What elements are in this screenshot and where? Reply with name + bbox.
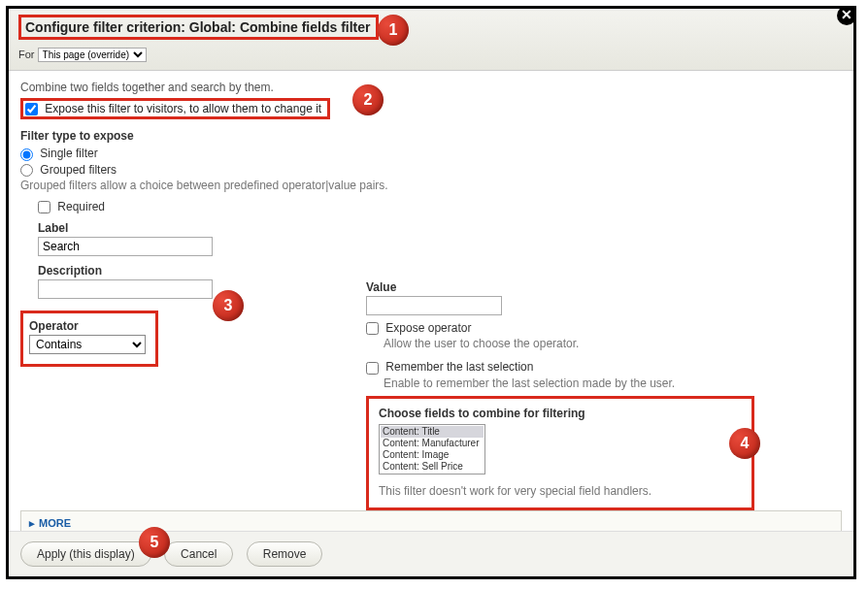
label-input[interactable] [38, 237, 213, 256]
operator-label: Operator [29, 319, 146, 333]
annotation-badge-5: 5 [139, 527, 170, 558]
grouped-filters-label: Grouped filters [40, 163, 117, 177]
triangle-right-icon: ▸ [29, 517, 35, 529]
field-option[interactable]: Content: Sell Price [381, 461, 484, 473]
for-row: For This page (override) [18, 48, 844, 62]
more-label: MORE [39, 517, 71, 529]
required-checkbox[interactable] [38, 201, 50, 213]
annotation-badge-3: 3 [213, 290, 244, 321]
for-select[interactable]: This page (override) [38, 48, 147, 62]
annotation-badge-2: 2 [352, 84, 384, 115]
remove-button[interactable]: Remove [247, 541, 323, 567]
title-highlight: Configure filter criterion: Global: Comb… [18, 15, 379, 40]
dialog-title: Configure filter criterion: Global: Comb… [25, 19, 370, 35]
field-option[interactable]: Content: Title [381, 426, 484, 438]
expose-operator-checkbox[interactable] [366, 322, 379, 335]
expose-filter-row: Expose this filter to visitors, to allow… [20, 98, 330, 119]
description-input[interactable] [38, 279, 213, 299]
choose-fields-heading: Choose fields to combine for filtering [379, 407, 742, 420]
grouped-filters-radio[interactable] [20, 164, 33, 177]
for-label: For [18, 49, 35, 60]
intro-text: Combine two fields together and search b… [20, 81, 842, 94]
single-filter-label: Single filter [40, 147, 97, 160]
choose-fields-help: This filter doesn't work for very specia… [379, 484, 742, 498]
close-icon[interactable]: ✕ [837, 6, 856, 25]
label-field-label: Label [38, 221, 842, 235]
remember-help: Enable to remember the last selection ma… [384, 376, 754, 390]
cancel-button[interactable]: Cancel [164, 541, 233, 567]
grouped-help: Grouped filters allow a choice between p… [20, 179, 842, 192]
dialog-body: Combine two fields together and search b… [9, 71, 853, 537]
dialog-footer: Apply (this display) Cancel Remove [9, 531, 853, 576]
annotation-badge-4: 4 [729, 428, 760, 459]
operator-highlight: Operator Contains [20, 311, 158, 367]
expose-filter-checkbox[interactable] [25, 103, 38, 115]
apply-button[interactable]: Apply (this display) [20, 541, 151, 567]
required-label: Required [57, 200, 105, 213]
operator-select[interactable]: Contains [29, 335, 146, 354]
annotation-badge-1: 1 [378, 15, 409, 46]
remember-checkbox[interactable] [366, 362, 379, 375]
dialog: ✕ 1 2 3 4 5 Configure filter criterion: … [6, 6, 856, 579]
choose-fields-listbox[interactable]: Content: Title Content: Manufacturer Con… [379, 424, 485, 474]
remember-label: Remember the last selection [385, 360, 533, 374]
field-option[interactable]: Content: Manufacturer [381, 438, 484, 449]
expose-operator-label: Expose operator [385, 321, 471, 335]
dialog-header: Configure filter criterion: Global: Comb… [9, 9, 853, 71]
value-input[interactable] [366, 296, 502, 315]
description-field-label: Description [38, 264, 842, 278]
field-option[interactable]: Content: Image [381, 449, 484, 461]
choose-fields-highlight: Choose fields to combine for filtering C… [366, 396, 754, 510]
filter-type-heading: Filter type to expose [20, 129, 842, 143]
value-label: Value [366, 280, 754, 294]
expose-filter-label: Expose this filter to visitors, to allow… [45, 102, 321, 115]
single-filter-radio[interactable] [20, 148, 33, 161]
expose-operator-help: Allow the user to choose the operator. [384, 337, 754, 350]
right-column: Value Expose operator Allow the user to … [366, 280, 754, 510]
